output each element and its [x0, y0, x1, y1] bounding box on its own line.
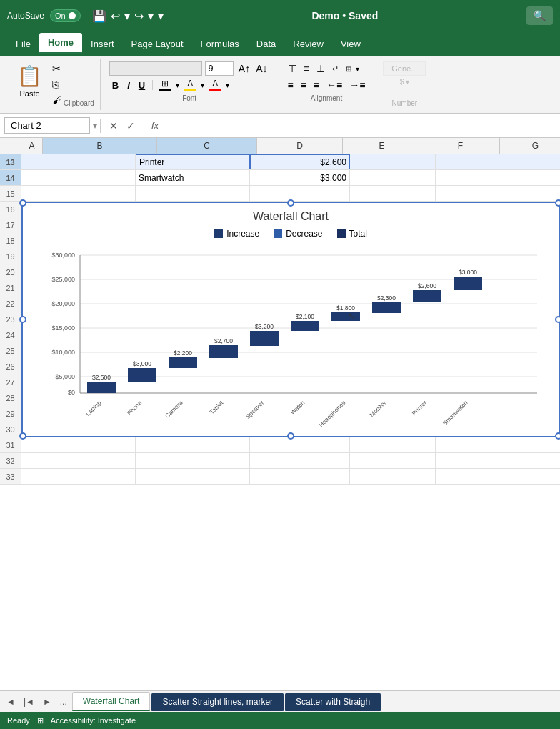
- cell-c14[interactable]: $3,000: [250, 170, 350, 185]
- cell-b13-text[interactable]: Printer: [136, 154, 250, 169]
- row-31-num[interactable]: 31: [0, 437, 21, 452]
- font-size-input[interactable]: [205, 61, 234, 76]
- menu-page-layout[interactable]: Page Layout: [123, 34, 192, 54]
- cell-e33[interactable]: [436, 469, 514, 484]
- row-21-num[interactable]: 21: [0, 280, 21, 296]
- row-26-num[interactable]: 26: [0, 359, 21, 375]
- cell-f13[interactable]: [514, 154, 560, 169]
- row-16-num[interactable]: 16: [0, 202, 21, 217]
- cut-button[interactable]: ✂: [51, 61, 64, 76]
- cell-d31[interactable]: [350, 437, 436, 452]
- decrease-font-btn[interactable]: A↓: [254, 62, 269, 75]
- customize-icon[interactable]: ▾: [158, 9, 164, 23]
- col-header-g[interactable]: G: [500, 138, 560, 154]
- merge-center-button[interactable]: ⊞: [343, 64, 354, 74]
- name-box-dropdown[interactable]: ▾: [93, 121, 97, 131]
- cell-c15[interactable]: [250, 186, 350, 201]
- border-dropdown[interactable]: ▾: [176, 81, 179, 89]
- cell-c32[interactable]: [250, 453, 350, 468]
- cell-b33[interactable]: [21, 469, 136, 484]
- cell-b32[interactable]: [21, 453, 136, 468]
- row-30-num[interactable]: 30: [0, 422, 21, 437]
- col-header-e[interactable]: E: [343, 138, 421, 154]
- row-32-num[interactable]: 32: [0, 453, 21, 468]
- row-19-num[interactable]: 19: [0, 249, 21, 264]
- wrap-text-button[interactable]: ↵: [329, 63, 341, 75]
- handle-bl[interactable]: [19, 432, 26, 440]
- cell-e32[interactable]: [436, 453, 514, 468]
- autosave-toggle[interactable]: On: [50, 9, 81, 22]
- col-header-b[interactable]: B: [43, 138, 157, 154]
- cell-b15[interactable]: [21, 186, 136, 201]
- align-top-button[interactable]: ⊤: [285, 61, 299, 76]
- cell-d33[interactable]: [350, 469, 436, 484]
- menu-home[interactable]: Home: [39, 33, 82, 54]
- copy-button[interactable]: ⎘: [51, 77, 64, 91]
- menu-view[interactable]: View: [332, 34, 369, 54]
- menu-file[interactable]: File: [7, 34, 39, 54]
- align-center-button[interactable]: ≡: [298, 78, 309, 92]
- cell-f31[interactable]: [514, 437, 560, 452]
- merge-dropdown[interactable]: ▾: [356, 65, 359, 73]
- formula-input[interactable]: [166, 119, 556, 132]
- cell-b15-b[interactable]: [136, 186, 250, 201]
- decrease-indent-button[interactable]: ←≡: [324, 78, 345, 92]
- cell-d14[interactable]: [350, 170, 436, 185]
- row-13-num[interactable]: 13: [0, 154, 21, 169]
- font-color-button[interactable]: A: [207, 78, 223, 92]
- align-left-button[interactable]: ≡: [285, 78, 296, 92]
- redo-icon[interactable]: ↪: [134, 9, 144, 23]
- row-14-num[interactable]: 14: [0, 170, 21, 185]
- col-header-d[interactable]: D: [257, 138, 343, 154]
- paste-button[interactable]: 📋 Paste: [11, 61, 48, 107]
- border-color-button[interactable]: ⊞: [157, 78, 173, 92]
- row-20-num[interactable]: 20: [0, 264, 21, 280]
- align-right-button[interactable]: ≡: [311, 78, 322, 92]
- name-box[interactable]: [4, 117, 90, 134]
- menu-formulas[interactable]: Formulas: [192, 34, 248, 54]
- dollar-btn[interactable]: $ ▾: [400, 78, 409, 86]
- cell-d32[interactable]: [350, 453, 436, 468]
- cell-f33[interactable]: [514, 469, 560, 484]
- cell-d15[interactable]: [350, 186, 436, 201]
- row-24-num[interactable]: 24: [0, 327, 21, 343]
- fill-color-button[interactable]: A: [182, 78, 198, 92]
- col-header-c[interactable]: C: [157, 138, 257, 154]
- format-painter-button[interactable]: 🖌: [51, 93, 64, 107]
- cell-d13[interactable]: [350, 154, 436, 169]
- menu-review[interactable]: Review: [284, 34, 332, 54]
- cell-c33[interactable]: [250, 469, 350, 484]
- waterfall-chart[interactable]: Waterfall Chart Increase Decrease Total: [21, 202, 560, 437]
- handle-ml[interactable]: [19, 316, 26, 323]
- menu-data[interactable]: Data: [248, 34, 284, 54]
- cell-e31[interactable]: [436, 437, 514, 452]
- col-header-f[interactable]: F: [421, 138, 500, 154]
- cell-c31[interactable]: [250, 437, 350, 452]
- confirm-icon[interactable]: ✓: [124, 119, 138, 133]
- cell-e13[interactable]: [436, 154, 514, 169]
- row-18-num[interactable]: 18: [0, 233, 21, 249]
- cell-c13[interactable]: $2,600: [250, 154, 350, 169]
- increase-indent-button[interactable]: →≡: [346, 78, 368, 92]
- align-bottom-button[interactable]: ⊥: [314, 61, 328, 76]
- cancel-icon[interactable]: ✕: [106, 119, 121, 133]
- number-format-button[interactable]: Gene...: [383, 61, 426, 76]
- font-color-dropdown[interactable]: ▾: [226, 81, 229, 89]
- font-name-input[interactable]: [109, 61, 202, 76]
- handle-bm[interactable]: [287, 432, 294, 440]
- align-middle-button[interactable]: ≡: [301, 61, 312, 76]
- cell-b33-b[interactable]: [136, 469, 250, 484]
- redo-dropdown-icon[interactable]: ▾: [148, 9, 154, 23]
- cell-b32-b[interactable]: [136, 453, 250, 468]
- handle-tm[interactable]: [287, 199, 294, 207]
- row-17-num[interactable]: 17: [0, 217, 21, 233]
- row-15-num[interactable]: 15: [0, 186, 21, 201]
- undo-dropdown-icon[interactable]: ▾: [124, 9, 130, 23]
- cell-f14[interactable]: [514, 170, 560, 185]
- increase-font-btn[interactable]: A↑: [236, 62, 252, 75]
- handle-mr[interactable]: [555, 316, 560, 323]
- cell-b31[interactable]: [21, 437, 136, 452]
- row-29-num[interactable]: 29: [0, 406, 21, 422]
- handle-tl[interactable]: [19, 199, 26, 207]
- cell-b14-text[interactable]: Smartwatch: [136, 170, 250, 185]
